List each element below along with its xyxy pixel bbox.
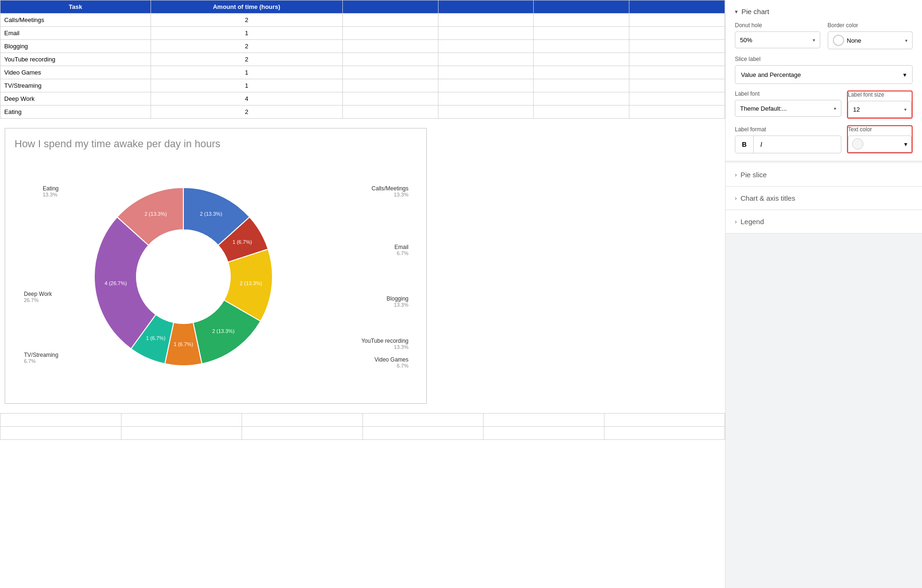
empty-header-4 [629, 0, 725, 14]
slice-label-select[interactable]: Value and Percentage ▾ [735, 65, 913, 84]
donut-border-row: Donut hole 50% ▾ Border color None ▾ [735, 22, 913, 49]
hours-cell[interactable]: 4 [151, 92, 342, 106]
pie-chart-title: Pie chart [741, 8, 769, 15]
empty-header-2 [438, 0, 534, 14]
hours-cell[interactable]: 1 [151, 27, 342, 40]
empty-cell-3[interactable] [534, 92, 629, 106]
hours-cell[interactable]: 2 [151, 106, 342, 119]
legend-header[interactable]: › Legend [735, 218, 913, 226]
table-row: Email 1 [0, 27, 725, 40]
slice-label-arrow-icon: ▾ [903, 71, 907, 78]
pie-slice-section: › Pie slice [726, 163, 922, 187]
donut-hole-value: 50% [740, 37, 752, 44]
format-row: Label format B I Text color ▾ [735, 125, 913, 153]
label-font-size-arrow-icon: ▾ [904, 107, 907, 112]
hours-cell[interactable]: 1 [151, 66, 342, 79]
chart-axis-title: Chart & axis titles [741, 194, 795, 202]
text-color-select[interactable]: ▾ [848, 136, 912, 152]
empty-cell-1[interactable] [342, 53, 438, 66]
empty-cell-4[interactable] [629, 14, 725, 27]
label-format-field: Label format B I [735, 126, 841, 153]
empty-cell-4[interactable] [629, 40, 725, 53]
empty-cell-4[interactable] [629, 92, 725, 106]
label-eating: Eating 13.3% [43, 185, 59, 197]
empty-cell-4[interactable] [629, 27, 725, 40]
empty-cell-4[interactable] [629, 53, 725, 66]
donut-hole-field: Donut hole 50% ▾ [735, 22, 820, 49]
empty-cell-2[interactable] [438, 40, 534, 53]
task-cell[interactable]: Calls/Meetings [0, 14, 151, 27]
donut-hole-label: Donut hole [735, 22, 820, 29]
hours-cell[interactable]: 2 [151, 53, 342, 66]
donut-hole-select[interactable]: 50% ▾ [735, 31, 820, 48]
empty-cell-3[interactable] [534, 66, 629, 79]
legend-title: Legend [741, 218, 764, 226]
label-font-field: Label font Theme Default:... ▾ [735, 90, 841, 119]
chart-area: 2 (13.3%)1 (6.7%)2 (13.3%)2 (13.3%)1 (6.… [15, 159, 418, 394]
data-table: Task Amount of time (hours) Calls/Meetin… [0, 0, 725, 119]
empty-cell-3[interactable] [534, 53, 629, 66]
text-color-field: Text color ▾ [847, 125, 913, 153]
empty-cell-1[interactable] [342, 40, 438, 53]
border-color-value: None [847, 37, 862, 44]
label-font-label: Label font [735, 90, 841, 97]
table-row: TV/Streaming 1 [0, 79, 725, 92]
empty-cell-1[interactable] [342, 66, 438, 79]
task-cell[interactable]: YouTube recording [0, 53, 151, 66]
label-format-label: Label format [735, 126, 841, 133]
border-color-arrow-icon: ▾ [905, 38, 907, 43]
italic-button[interactable]: I [754, 136, 769, 153]
empty-cell-1[interactable] [342, 79, 438, 92]
empty-cell-4[interactable] [629, 66, 725, 79]
chart-axis-header[interactable]: › Chart & axis titles [735, 194, 913, 202]
label-font-size-label: Label font size [848, 91, 912, 98]
chart-title: How I spend my time awake per day in hou… [15, 138, 417, 150]
task-cell[interactable]: Blogging [0, 40, 151, 53]
empty-cell-3[interactable] [534, 79, 629, 92]
hours-cell[interactable]: 2 [151, 14, 342, 27]
task-cell[interactable]: Deep Work [0, 92, 151, 106]
empty-cell-1[interactable] [342, 14, 438, 27]
empty-cell-2[interactable] [438, 53, 534, 66]
chart-container: How I spend my time awake per day in hou… [5, 128, 427, 404]
chart-labels: Eating 13.3% Calls/Meetings 13.3% Email … [15, 159, 418, 394]
empty-cell-2[interactable] [438, 92, 534, 106]
bold-button[interactable]: B [735, 136, 754, 153]
task-cell[interactable]: Video Games [0, 66, 151, 79]
empty-cell-2[interactable] [438, 66, 534, 79]
task-cell[interactable]: Email [0, 27, 151, 40]
label-font-size-select[interactable]: 12 ▾ [848, 101, 912, 118]
empty-cell-2[interactable] [438, 14, 534, 27]
empty-cell-2[interactable] [438, 27, 534, 40]
empty-cell-3[interactable] [534, 106, 629, 119]
right-panel: ▾ Pie chart Donut hole 50% ▾ Border colo… [725, 0, 922, 588]
empty-cell-3[interactable] [534, 40, 629, 53]
border-color-preview [833, 35, 844, 46]
empty-cell-1[interactable] [342, 92, 438, 106]
empty-cell-1[interactable] [342, 27, 438, 40]
empty-cell-2[interactable] [438, 106, 534, 119]
label-font-select[interactable]: Theme Default:... ▾ [735, 100, 841, 117]
legend-section: › Legend [726, 210, 922, 234]
table-row: Blogging 2 [0, 40, 725, 53]
label-font-value: Theme Default:... [740, 105, 787, 112]
empty-cell-3[interactable] [534, 27, 629, 40]
pie-chart-header[interactable]: ▾ Pie chart [735, 8, 913, 15]
hours-cell[interactable]: 2 [151, 40, 342, 53]
empty-cell-4[interactable] [629, 79, 725, 92]
border-color-select[interactable]: None ▾ [828, 31, 913, 49]
pie-slice-header[interactable]: › Pie slice [735, 171, 913, 179]
task-cell[interactable]: TV/Streaming [0, 79, 151, 92]
task-cell[interactable]: Eating [0, 106, 151, 119]
empty-cell-1[interactable] [342, 106, 438, 119]
label-tvstreaming: TV/Streaming 6.7% [24, 352, 58, 364]
pie-chart-section: ▾ Pie chart Donut hole 50% ▾ Border colo… [726, 0, 922, 161]
label-font-size-field: Label font size 12 ▾ [847, 90, 913, 119]
empty-cell-4[interactable] [629, 106, 725, 119]
empty-cell-2[interactable] [438, 79, 534, 92]
extra-rows-table [0, 413, 725, 440]
empty-cell-3[interactable] [534, 14, 629, 27]
donut-hole-arrow-icon: ▾ [813, 38, 815, 43]
hours-cell[interactable]: 1 [151, 79, 342, 92]
chart-axis-section: › Chart & axis titles [726, 187, 922, 210]
